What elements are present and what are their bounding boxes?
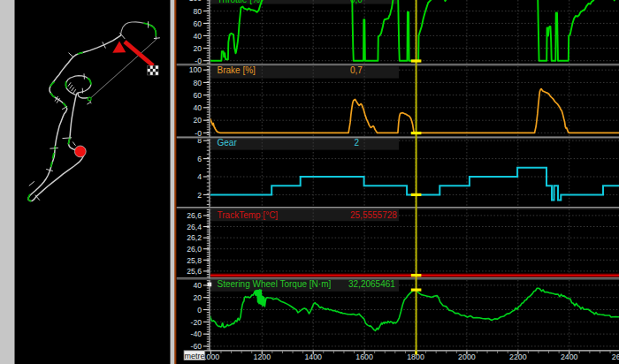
svg-text:100: 100: [189, 0, 203, 3]
svg-text:26,2: 26,2: [187, 233, 202, 242]
svg-text:25,8: 25,8: [187, 256, 202, 265]
svg-text:2: 2: [355, 138, 360, 148]
svg-text:25,6: 25,6: [187, 267, 202, 276]
svg-text:26,0: 26,0: [187, 245, 202, 254]
svg-text:26,4: 26,4: [187, 223, 202, 231]
svg-text:Brake [%]: Brake [%]: [218, 65, 256, 75]
svg-text:2000: 2000: [458, 353, 476, 361]
svg-text:Steering Wheel Torque [N·m]: Steering Wheel Torque [N·m]: [218, 279, 332, 289]
svg-text:0,0: 0,0: [350, 0, 363, 4]
svg-text:2: 2: [197, 191, 202, 200]
svg-text:Gear: Gear: [218, 138, 238, 148]
svg-text:0,7: 0,7: [350, 65, 363, 75]
svg-text:6: 6: [197, 155, 202, 163]
svg-text:-40: -40: [191, 330, 203, 338]
svg-text:-60: -60: [191, 342, 203, 351]
svg-text:1400: 1400: [304, 353, 322, 361]
svg-text:2600: 2600: [612, 353, 619, 361]
svg-text:4: 4: [197, 172, 202, 181]
svg-text:100: 100: [189, 65, 203, 74]
svg-text:80: 80: [193, 7, 202, 16]
svg-text:1600: 1600: [355, 353, 373, 361]
svg-text:60: 60: [193, 91, 202, 100]
svg-text:metre: metre: [184, 352, 204, 360]
svg-text:26,6: 26,6: [187, 211, 202, 220]
svg-text:2200: 2200: [509, 353, 527, 361]
svg-text:2400: 2400: [561, 353, 578, 361]
svg-text:25,5555728: 25,5555728: [350, 210, 397, 220]
svg-text:60: 60: [193, 19, 202, 28]
svg-text:32,2065461: 32,2065461: [348, 279, 395, 289]
svg-text:40: 40: [193, 32, 202, 41]
svg-text:0: 0: [197, 306, 202, 315]
svg-text:Throttle [%]: Throttle [%]: [218, 0, 263, 4]
svg-text:20: 20: [193, 116, 202, 125]
svg-text:TrackTemp [°C]: TrackTemp [°C]: [218, 210, 279, 220]
svg-text:20: 20: [193, 44, 202, 53]
svg-text:20: 20: [193, 293, 202, 302]
svg-text:-20: -20: [191, 318, 203, 327]
svg-text:40: 40: [193, 103, 202, 112]
svg-text:80: 80: [193, 79, 202, 87]
svg-text:40: 40: [193, 281, 202, 290]
svg-text:1200: 1200: [254, 353, 271, 361]
